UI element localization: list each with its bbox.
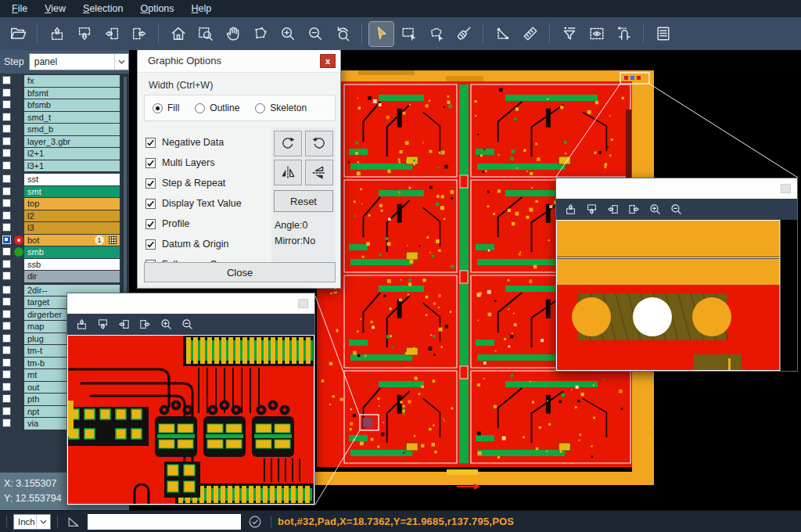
home-view-button[interactable]: [166, 22, 190, 46]
layer-visibility-checkbox[interactable]: [2, 271, 11, 280]
rotate-cw-button[interactable]: [274, 131, 302, 156]
mirror-horizontal-button[interactable]: [274, 160, 302, 185]
layer-row-l3+1[interactable]: l3+1: [0, 160, 129, 172]
pan-up-button[interactable]: [45, 22, 69, 46]
pan-up-button[interactable]: [72, 315, 92, 333]
pan-right-button[interactable]: [135, 315, 155, 333]
layer-row-bfsmt[interactable]: bfsmt: [0, 88, 129, 99]
magnifier-window-button[interactable]: [298, 299, 308, 308]
pan-up-button[interactable]: [561, 200, 580, 218]
layer-visibility-checkbox[interactable]: [2, 76, 11, 84]
magnifier-window-button[interactable]: [781, 184, 791, 193]
pan-left-button[interactable]: [603, 200, 623, 218]
pan-right-button[interactable]: [127, 22, 151, 46]
layer-visibility-checkbox[interactable]: [2, 394, 11, 403]
layer-visibility-checkbox[interactable]: [2, 223, 11, 232]
layer-row-l2+1[interactable]: l2+1: [0, 148, 129, 160]
layer-visibility-checkbox[interactable]: [2, 113, 11, 121]
pan-hand-button[interactable]: [221, 22, 245, 46]
layer-row-top[interactable]: top: [0, 198, 129, 210]
layer-visibility-checkbox[interactable]: [2, 334, 11, 343]
pan-down-button[interactable]: [93, 315, 113, 333]
layer-row-smd_b[interactable]: smd_b: [0, 124, 129, 135]
open-file-button[interactable]: [5, 22, 30, 46]
checkbox-datum-origin[interactable]: Datum & Origin: [145, 234, 242, 254]
dialog-title-bar[interactable]: Graphic Options x: [138, 49, 340, 73]
layer-visibility-checkbox[interactable]: [2, 322, 11, 330]
layer-visibility-checkbox[interactable]: [2, 247, 11, 256]
pan-left-button[interactable]: [114, 315, 134, 333]
layer-visibility-checkbox[interactable]: [2, 407, 11, 415]
layer-row-dir[interactable]: dir: [0, 271, 129, 282]
pan-down-button[interactable]: [582, 200, 602, 218]
layer-row-l2[interactable]: l2: [0, 210, 129, 222]
layer-visibility-checkbox[interactable]: [2, 235, 11, 244]
zoom-out-button[interactable]: [303, 22, 327, 46]
select-polygon-button[interactable]: [424, 22, 448, 46]
mirror-vertical-button[interactable]: [305, 160, 333, 185]
magnifier-window-2[interactable]: [555, 178, 798, 372]
layer-visibility-checkbox[interactable]: [2, 286, 11, 294]
layers-panel-button[interactable]: [651, 22, 675, 46]
layer-visibility-checkbox[interactable]: [2, 211, 11, 220]
layer-visibility-checkbox[interactable]: [2, 88, 11, 97]
unit-select[interactable]: Inch: [13, 514, 51, 530]
layer-row-fx[interactable]: fx: [0, 75, 129, 87]
zoom-in-button[interactable]: [275, 22, 300, 46]
radio-fill[interactable]: Fill: [153, 102, 179, 113]
scrollbar-thumb[interactable]: [124, 77, 127, 311]
measure-corner-icon[interactable]: [66, 514, 81, 530]
filter-button[interactable]: [557, 22, 581, 46]
layer-visibility-checkbox[interactable]: [2, 199, 11, 207]
magnifier-view[interactable]: [67, 335, 314, 505]
menu-file[interactable]: File: [3, 2, 36, 16]
close-button[interactable]: Close: [144, 262, 336, 282]
menu-options[interactable]: Options: [131, 2, 182, 16]
zoom-out-button[interactable]: [178, 315, 197, 333]
layer-row-bot[interactable]: bot1: [0, 235, 129, 246]
reset-button[interactable]: Reset: [274, 190, 333, 212]
dialog-close-icon[interactable]: x: [320, 54, 336, 68]
layer-row-sst[interactable]: sst: [0, 174, 129, 185]
view-options-button[interactable]: [584, 22, 609, 46]
pan-right-button[interactable]: [624, 200, 644, 218]
measure-distance-button[interactable]: [490, 22, 515, 46]
magnifier-title-bar[interactable]: [556, 178, 797, 199]
magnifier-window-1[interactable]: [66, 293, 315, 505]
layer-visibility-checkbox[interactable]: [2, 137, 11, 146]
zoom-polygon-button[interactable]: [248, 22, 272, 46]
checkbox-display-text-value[interactable]: Display Text Value: [145, 193, 242, 214]
layer-visibility-checkbox[interactable]: [2, 358, 11, 367]
menu-help[interactable]: Help: [183, 2, 221, 16]
select-cursor-button[interactable]: [369, 22, 393, 46]
check-circle-icon[interactable]: [247, 514, 263, 530]
layer-visibility-checkbox[interactable]: [2, 346, 11, 354]
zoom-out-button[interactable]: [666, 200, 686, 218]
layer-visibility-checkbox[interactable]: [2, 161, 11, 170]
pan-down-button[interactable]: [72, 22, 96, 46]
radio-outline[interactable]: Outline: [195, 102, 239, 113]
zoom-in-button[interactable]: [156, 315, 176, 333]
layer-row-smb[interactable]: smb: [0, 246, 129, 258]
layer-row-bfsmb[interactable]: bfsmb: [0, 99, 129, 111]
layer-visibility-checkbox[interactable]: [2, 174, 11, 183]
magnifier-title-bar[interactable]: [67, 293, 314, 314]
menu-view[interactable]: View: [36, 2, 74, 16]
layer-green-indicator[interactable]: [14, 247, 23, 257]
layer-visibility-checkbox[interactable]: [2, 310, 11, 318]
magnifier-view[interactable]: [556, 220, 797, 371]
layer-row-ssb[interactable]: ssb: [0, 259, 129, 271]
layer-row-l3[interactable]: l3: [0, 222, 129, 234]
layer-visibility-checkbox[interactable]: [2, 260, 11, 268]
layer-row-smd_t[interactable]: smd_t: [0, 112, 129, 124]
zoom-in-button[interactable]: [645, 200, 665, 218]
layer-visibility-checkbox[interactable]: [2, 100, 11, 109]
measure-ruler-button[interactable]: [518, 22, 542, 46]
clean-brush-button[interactable]: [451, 22, 476, 46]
select-rectangle-button[interactable]: [397, 22, 421, 46]
layer-visibility-checkbox[interactable]: [2, 419, 11, 427]
layer-visibility-checkbox[interactable]: [2, 370, 11, 379]
layer-visibility-checkbox[interactable]: [2, 124, 11, 133]
layer-row-smt[interactable]: smt: [0, 186, 129, 198]
checkbox-multi-layers[interactable]: Multi Layers: [145, 153, 242, 173]
